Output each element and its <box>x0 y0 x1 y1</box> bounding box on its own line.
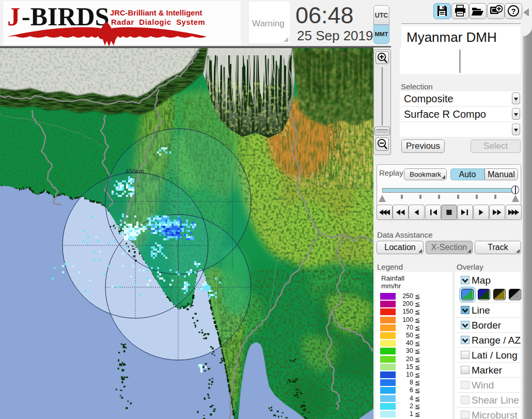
svg-text:450km: 450km <box>126 168 144 175</box>
svg-text:JRC-Brilliant & Intelligent: JRC-Brilliant & Intelligent <box>110 9 202 17</box>
svg-text:J: J <box>7 2 20 31</box>
svg-text:-BIRDS: -BIRDS <box>22 2 109 31</box>
svg-text:?: ? <box>511 7 515 15</box>
svg-text:Radar Dialogic System: Radar Dialogic System <box>111 18 205 26</box>
